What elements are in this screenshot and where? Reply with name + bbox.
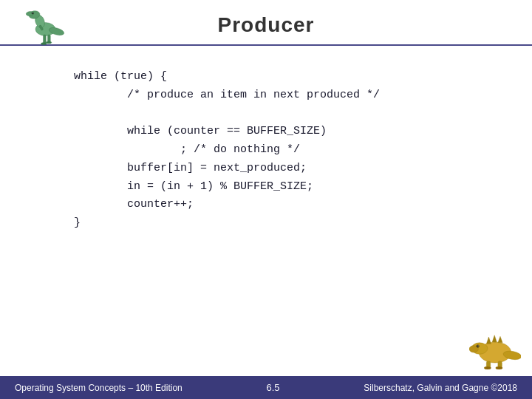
footer-edition: Operating System Concepts – 10th Edition	[15, 383, 183, 393]
dino-bottom-right-icon	[469, 327, 521, 371]
svg-marker-20	[486, 337, 491, 344]
svg-marker-21	[492, 335, 497, 342]
svg-rect-7	[44, 35, 47, 44]
svg-point-11	[46, 41, 52, 44]
slide-title: Producer	[218, 13, 315, 36]
svg-point-10	[41, 43, 47, 45]
svg-marker-22	[498, 336, 502, 343]
svg-point-16	[477, 345, 478, 346]
code-section: while (true) { /* produce an item in nex…	[0, 46, 532, 248]
slide-footer: Operating System Concepts – 10th Edition…	[0, 376, 532, 399]
svg-point-23	[484, 366, 491, 369]
svg-point-24	[496, 366, 502, 369]
dino-top-left-icon	[22, 6, 66, 47]
code-block: while (true) { /* produce an item in nex…	[74, 68, 473, 233]
footer-page: 6.5	[267, 382, 280, 393]
svg-point-5	[33, 13, 33, 13]
footer-copyright: Silberschatz, Galvin and Gagne ©2018	[364, 383, 517, 393]
slide-header: Producer	[0, 0, 532, 46]
